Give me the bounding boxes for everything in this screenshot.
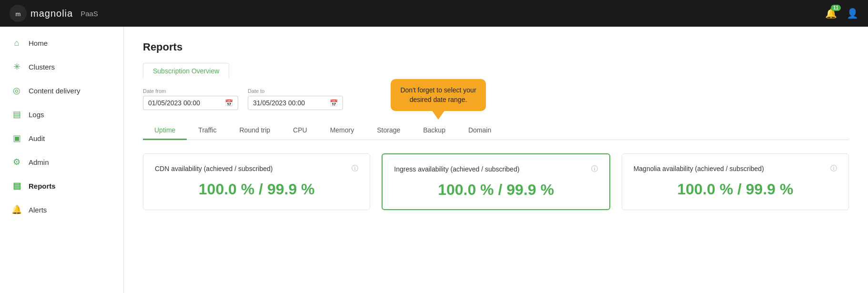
calendar-icon-to: 📅 [330, 99, 338, 107]
ingress-availability-card: Ingress availability (achieved / subscri… [382, 153, 610, 210]
metric-tab-round-trip[interactable]: Round trip [228, 121, 282, 140]
content-area: Reports Subscription Overview Don't forg… [124, 27, 868, 293]
content-delivery-icon: ◎ [11, 85, 22, 96]
metric-tab-storage[interactable]: Storage [365, 121, 412, 140]
logs-icon: ▤ [11, 109, 22, 120]
sidebar-item-logs[interactable]: ▤ Logs [0, 102, 123, 126]
metric-tab-traffic[interactable]: Traffic [187, 121, 228, 140]
sidebar: ⌂ Home ✳ Clusters ◎ Content delivery ▤ L… [0, 27, 124, 293]
metric-tab-cpu[interactable]: CPU [282, 121, 319, 140]
main-layout: ⌂ Home ✳ Clusters ◎ Content delivery ▤ L… [0, 27, 868, 293]
svg-text:m: m [16, 10, 21, 18]
sidebar-item-reports[interactable]: ▤ Reports [0, 174, 123, 198]
home-icon: ⌂ [11, 38, 22, 48]
magnolia-card-value: 100.0 % / 99.9 % [634, 181, 837, 198]
subscription-overview-tab[interactable]: Subscription Overview [143, 63, 229, 79]
date-from-field: Date from 01/05/2023 00:00 📅 [143, 88, 238, 110]
magnolia-logo: m magnolia [10, 5, 73, 22]
reports-icon: ▤ [11, 181, 22, 191]
alerts-icon: 🔔 [11, 204, 22, 215]
subscription-tab-container: Subscription Overview [143, 63, 849, 79]
sidebar-item-admin[interactable]: ⚙ Admin [0, 150, 123, 174]
sidebar-label-logs: Logs [29, 111, 44, 119]
paas-label: PaaS [81, 10, 98, 18]
navbar-left: m magnolia PaaS [10, 5, 98, 22]
date-row: Date from 01/05/2023 00:00 📅 Date to 31/… [143, 88, 849, 110]
ingress-card-value: 100.0 % / 99.9 % [394, 181, 597, 199]
ingress-card-header: Ingress availability (achieved / subscri… [394, 165, 597, 173]
sidebar-item-alerts[interactable]: 🔔 Alerts [0, 198, 123, 222]
sidebar-item-content-delivery[interactable]: ◎ Content delivery [0, 79, 123, 102]
user-icon: 👤 [847, 8, 858, 19]
sidebar-item-audit[interactable]: ▣ Audit [0, 126, 123, 150]
admin-icon: ⚙ [11, 157, 22, 167]
cdn-card-value: 100.0 % / 99.9 % [155, 181, 358, 198]
tooltip-text: Don't forget to select your desired date… [400, 86, 476, 103]
sidebar-label-home: Home [29, 39, 48, 47]
navbar-right: 🔔 11 👤 [825, 8, 858, 19]
sidebar-label-content-delivery: Content delivery [29, 87, 80, 95]
sidebar-label-alerts: Alerts [29, 206, 47, 214]
date-to-input[interactable]: 31/05/2023 00:00 📅 [248, 96, 343, 110]
magnolia-info-icon[interactable]: ⓘ [830, 164, 837, 173]
logo-wordmark: magnolia [30, 8, 73, 19]
cdn-card-header: CDN availability (achieved / subscribed)… [155, 164, 358, 173]
sidebar-label-reports: Reports [29, 182, 56, 190]
sidebar-item-home[interactable]: ⌂ Home [0, 31, 123, 55]
metric-cards-row: CDN availability (achieved / subscribed)… [143, 153, 849, 210]
metric-tab-domain[interactable]: Domain [457, 121, 503, 140]
magnolia-availability-card: Magnolia availability (achieved / subscr… [622, 153, 849, 210]
sidebar-label-admin: Admin [29, 158, 49, 166]
metric-tab-uptime[interactable]: Uptime [143, 121, 187, 140]
magnolia-card-title: Magnolia availability (achieved / subscr… [634, 165, 764, 172]
magnolia-card-header: Magnolia availability (achieved / subscr… [634, 164, 837, 173]
date-from-input[interactable]: 01/05/2023 00:00 📅 [143, 96, 238, 110]
notification-button[interactable]: 🔔 11 [825, 8, 837, 19]
clusters-icon: ✳ [11, 61, 22, 72]
sidebar-item-clusters[interactable]: ✳ Clusters [0, 55, 123, 79]
date-range-tooltip: Don't forget to select your desired date… [391, 79, 486, 111]
cdn-availability-card: CDN availability (achieved / subscribed)… [143, 153, 370, 210]
date-from-value: 01/05/2023 00:00 [148, 99, 200, 107]
metric-tab-backup[interactable]: Backup [412, 121, 457, 140]
sidebar-label-clusters: Clusters [29, 63, 55, 71]
page-title: Reports [143, 41, 849, 53]
metric-tabs: Uptime Traffic Round trip CPU Memory Sto… [143, 121, 849, 140]
date-to-label: Date to [248, 88, 343, 94]
cdn-info-icon[interactable]: ⓘ [352, 164, 358, 173]
user-profile-button[interactable]: 👤 [847, 8, 858, 19]
navbar: m magnolia PaaS 🔔 11 👤 [0, 0, 868, 27]
sidebar-label-audit: Audit [29, 134, 45, 142]
ingress-card-title: Ingress availability (achieved / subscri… [394, 165, 519, 173]
date-from-label: Date from [143, 88, 238, 94]
ingress-info-icon[interactable]: ⓘ [591, 165, 598, 173]
cdn-card-title: CDN availability (achieved / subscribed) [155, 165, 273, 172]
audit-icon: ▣ [11, 133, 22, 143]
date-to-field: Date to 31/05/2023 00:00 📅 [248, 88, 343, 110]
magnolia-logo-icon: m [10, 5, 27, 22]
date-to-value: 31/05/2023 00:00 [253, 99, 305, 107]
calendar-icon-from: 📅 [225, 99, 233, 107]
notification-badge: 11 [831, 5, 841, 11]
metric-tab-memory[interactable]: Memory [319, 121, 366, 140]
